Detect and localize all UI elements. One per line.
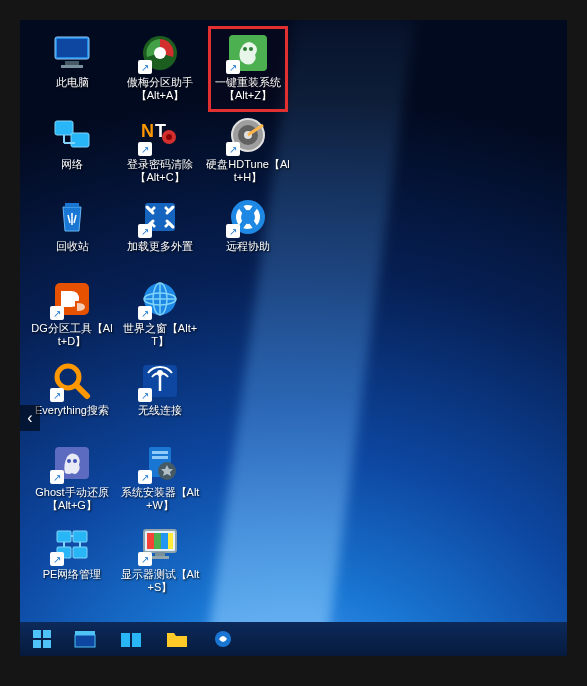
icon-label: 登录密码清除【Alt+C】 xyxy=(118,158,202,184)
svg-rect-64 xyxy=(75,631,95,635)
svg-rect-3 xyxy=(61,65,83,68)
svg-point-7 xyxy=(243,47,247,51)
recycle-bin-icon[interactable]: 回收站 xyxy=(28,192,116,274)
shortcut-arrow-icon: ↗ xyxy=(50,470,64,484)
icon-label: PE网络管理 xyxy=(43,568,102,581)
taskbar-app-2[interactable] xyxy=(109,624,153,654)
svg-point-17 xyxy=(166,134,172,140)
icon-label: 无线连接 xyxy=(138,404,182,417)
icon-label: 显示器测试【Alt+S】 xyxy=(118,568,202,594)
shortcut-arrow-icon: ↗ xyxy=(226,142,240,156)
svg-rect-53 xyxy=(147,533,154,549)
icon-label: Everything搜索 xyxy=(35,404,109,417)
system-installer-icon[interactable]: ↗ 系统安装器【Alt+W】 xyxy=(116,438,204,520)
icon-label: DG分区工具【Alt+D】 xyxy=(30,322,114,348)
svg-rect-2 xyxy=(65,61,79,65)
icon-label: 此电脑 xyxy=(56,76,89,89)
world-window-icon[interactable]: ↗ 世界之窗【Alt+T】 xyxy=(116,274,204,356)
pe-network-manager-icon[interactable]: ↗ PE网络管理 xyxy=(28,520,116,602)
svg-rect-54 xyxy=(154,533,161,549)
shortcut-arrow-icon: ↗ xyxy=(50,306,64,320)
svg-rect-46 xyxy=(73,531,87,542)
dg-partition-icon[interactable]: ↗ DG分区工具【Alt+D】 xyxy=(28,274,116,356)
back-chevron-button[interactable]: ‹ xyxy=(20,405,40,431)
svg-rect-1 xyxy=(57,39,87,57)
aomei-partition-icon[interactable]: ↗ 傲梅分区助手【Alt+A】 xyxy=(116,28,204,110)
shortcut-arrow-icon: ↗ xyxy=(138,60,152,74)
svg-rect-65 xyxy=(121,633,130,647)
icon-label: 回收站 xyxy=(56,240,89,253)
ghost-restore-icon[interactable]: ↗ Ghost手动还原【Alt+G】 xyxy=(28,438,116,520)
svg-line-34 xyxy=(76,385,87,396)
svg-rect-9 xyxy=(55,121,73,135)
icon-label: 加载更多外置 xyxy=(127,240,193,253)
svg-rect-43 xyxy=(152,456,168,459)
desktop-icon-grid: 此电脑 ↗ 傲梅分区助手【Alt+A】 xyxy=(28,28,292,602)
svg-rect-48 xyxy=(73,547,87,558)
svg-rect-60 xyxy=(43,630,51,638)
svg-rect-10 xyxy=(71,133,89,147)
icon-label: 网络 xyxy=(61,158,83,171)
icon-label: 世界之窗【Alt+T】 xyxy=(118,322,202,348)
svg-rect-63 xyxy=(75,635,95,647)
shortcut-arrow-icon: ↗ xyxy=(138,224,152,238)
monitor-test-icon[interactable]: ↗ 显示器测试【Alt+S】 xyxy=(116,520,204,602)
shortcut-arrow-icon: ↗ xyxy=(50,552,64,566)
shortcut-arrow-icon: ↗ xyxy=(138,306,152,320)
svg-rect-57 xyxy=(155,552,165,556)
svg-rect-66 xyxy=(132,633,141,647)
icon-label: 一键重装系统【Alt+Z】 xyxy=(206,76,290,102)
svg-point-40 xyxy=(73,459,77,463)
icon-label: 系统安装器【Alt+W】 xyxy=(118,486,202,512)
taskbar-app-1[interactable] xyxy=(63,624,107,654)
shortcut-arrow-icon: ↗ xyxy=(138,142,152,156)
svg-rect-21 xyxy=(65,203,79,207)
svg-rect-62 xyxy=(43,640,51,648)
shortcut-arrow-icon: ↗ xyxy=(138,388,152,402)
svg-point-39 xyxy=(67,459,71,463)
shortcut-arrow-icon: ↗ xyxy=(50,388,64,402)
wifi-connect-icon[interactable]: ↗ 无线连接 xyxy=(116,356,204,438)
password-clear-icon[interactable]: N T ↗ 登录密码清除【Alt+C】 xyxy=(116,110,204,192)
taskbar xyxy=(20,622,567,656)
taskbar-app-3[interactable] xyxy=(201,624,245,654)
svg-rect-58 xyxy=(151,556,169,559)
taskbar-folder-icon[interactable] xyxy=(155,624,199,654)
shortcut-arrow-icon: ↗ xyxy=(226,60,240,74)
shortcut-arrow-icon: ↗ xyxy=(138,552,152,566)
desktop-background[interactable]: 此电脑 ↗ 傲梅分区助手【Alt+A】 xyxy=(20,20,567,656)
everything-search-icon[interactable]: ↗ Everything搜索 xyxy=(28,356,116,438)
svg-rect-56 xyxy=(168,533,173,549)
shortcut-arrow-icon: ↗ xyxy=(226,224,240,238)
svg-rect-55 xyxy=(161,533,168,549)
svg-rect-45 xyxy=(57,531,71,542)
icon-label: 硬盘HDTune【Alt+H】 xyxy=(206,158,290,184)
svg-rect-61 xyxy=(33,640,41,648)
shortcut-arrow-icon: ↗ xyxy=(138,470,152,484)
svg-point-8 xyxy=(249,47,253,51)
this-pc-icon[interactable]: 此电脑 xyxy=(28,28,116,110)
icon-label: 傲梅分区助手【Alt+A】 xyxy=(118,76,202,102)
svg-text:N: N xyxy=(141,121,154,141)
start-button[interactable] xyxy=(22,624,62,654)
load-more-external-icon[interactable]: ↗ 加载更多外置 xyxy=(116,192,204,274)
svg-rect-42 xyxy=(152,451,168,454)
remote-assist-icon[interactable]: ↗ 远程协助 xyxy=(204,192,292,274)
reinstall-system-icon[interactable]: ↗ 一键重装系统【Alt+Z】 xyxy=(204,28,292,110)
svg-point-5 xyxy=(154,47,166,59)
network-icon[interactable]: 网络 xyxy=(28,110,116,192)
icon-label: Ghost手动还原【Alt+G】 xyxy=(30,486,114,512)
icon-label: 远程协助 xyxy=(226,240,270,253)
hdtune-icon[interactable]: ↗ 硬盘HDTune【Alt+H】 xyxy=(204,110,292,192)
svg-rect-59 xyxy=(33,630,41,638)
